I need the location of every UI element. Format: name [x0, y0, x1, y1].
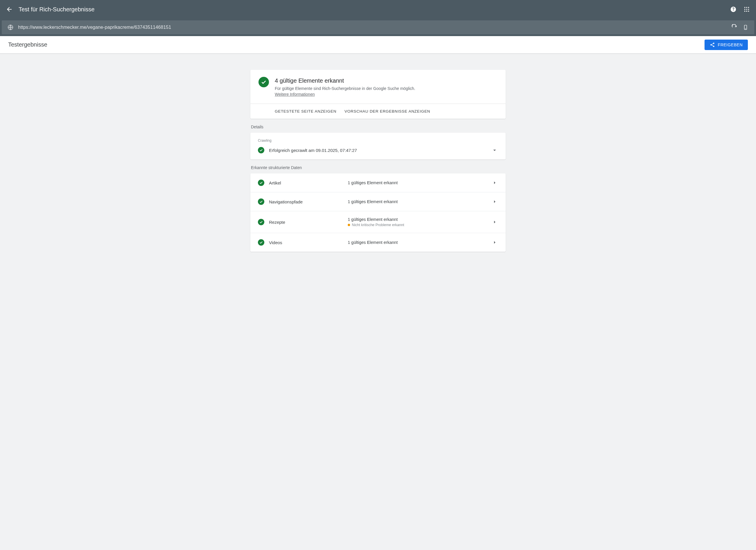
summary-desc: Für gültige Elemente sind Rich-Suchergeb…: [275, 86, 415, 92]
sub-header: Testergebnisse FREIGEBEN: [0, 36, 756, 54]
apps-button[interactable]: [743, 6, 750, 13]
crawling-card: Crawling Erfolgreich gecrawlt am 09.01.2…: [250, 133, 506, 159]
url-input[interactable]: https://www.leckerschmecker.me/vegane-pa…: [18, 25, 727, 30]
more-info-link[interactable]: Weitere Informationen: [275, 92, 315, 97]
smartphone-icon: [743, 24, 748, 30]
check-icon: [259, 148, 263, 152]
summary-card: 4 gültige Elemente erkannt Für gültige E…: [250, 70, 506, 119]
check-icon: [259, 181, 263, 185]
svg-point-0: [744, 7, 746, 8]
status-success-icon: [258, 147, 264, 153]
chevron-right-icon: [491, 219, 498, 225]
expand-toggle[interactable]: [491, 147, 498, 154]
summary-actions: GETESTETE SEITE ANZEIGEN VORSCHAU DER ER…: [250, 104, 506, 119]
help-button[interactable]: [730, 6, 737, 13]
svg-point-12: [713, 42, 714, 44]
chevron-right-icon: [491, 239, 498, 245]
svg-point-3: [744, 9, 746, 10]
header-actions: [730, 6, 750, 13]
structured-data-row[interactable]: Navigationspfade1 gültiges Element erkan…: [250, 192, 506, 211]
sd-item-name: Videos: [269, 240, 343, 245]
status-success-icon: [258, 198, 264, 205]
structured-data-card: Artikel1 gültiges Element erkanntNavigat…: [250, 173, 506, 252]
summary-texts: 4 gültige Elemente erkannt Für gültige E…: [275, 77, 415, 97]
status-success-icon: [258, 179, 264, 186]
share-icon: [710, 42, 715, 47]
expand-toggle[interactable]: [491, 239, 498, 246]
share-label: FREIGEBEN: [718, 42, 743, 47]
reload-icon: [731, 24, 738, 31]
help-icon: [730, 6, 737, 13]
svg-point-8: [748, 11, 749, 12]
sd-item-status: 1 gültiges Element erkannt: [348, 199, 486, 204]
details-label: Details: [251, 124, 506, 129]
crawl-status-row[interactable]: Erfolgreich gecrawlt am 09.01.2025, 07:4…: [258, 147, 498, 154]
expand-toggle[interactable]: [491, 218, 498, 225]
check-icon: [261, 79, 267, 85]
crawl-status-text: Erfolgreich gecrawlt am 09.01.2025, 07:4…: [269, 148, 486, 153]
warning-dot-icon: [348, 224, 350, 226]
chevron-down-icon: [491, 147, 498, 153]
svg-point-4: [746, 9, 747, 10]
device-button[interactable]: [742, 24, 749, 31]
url-bar-wrap: https://www.leckerschmecker.me/vegane-pa…: [0, 19, 756, 36]
structured-data-row[interactable]: Rezepte1 gültiges Element erkanntNicht k…: [250, 211, 506, 233]
sd-item-name: Navigationspfade: [269, 199, 343, 204]
status-success-icon: [258, 219, 264, 225]
structured-data-row[interactable]: Artikel1 gültiges Element erkannt: [250, 173, 506, 192]
share-button[interactable]: FREIGEBEN: [705, 40, 748, 50]
svg-point-14: [713, 46, 714, 47]
summary-headline: 4 gültige Elemente erkannt: [275, 77, 415, 84]
view-tested-page-button[interactable]: GETESTETE SEITE ANZEIGEN: [275, 109, 336, 113]
sd-item-name: Rezepte: [269, 220, 343, 225]
globe-icon: [7, 24, 14, 31]
page-content: 4 gültige Elemente erkannt Für gültige E…: [246, 54, 510, 269]
url-bar: https://www.leckerschmecker.me/vegane-pa…: [2, 20, 754, 34]
svg-point-6: [744, 11, 746, 12]
status-success-icon: [258, 239, 264, 245]
view-results-preview-button[interactable]: VORSCHAU DER ERGEBNISSE ANZEIGEN: [345, 109, 430, 113]
expand-toggle[interactable]: [491, 179, 498, 186]
svg-point-7: [746, 11, 747, 12]
app-header: Test für Rich-Suchergebnisse: [0, 0, 756, 19]
summary-section: 4 gültige Elemente erkannt Für gültige E…: [250, 70, 506, 104]
expand-toggle[interactable]: [491, 198, 498, 205]
globe-button[interactable]: [7, 24, 14, 31]
sd-item-status: 1 gültiges Element erkannt: [348, 180, 486, 185]
check-icon: [259, 240, 263, 244]
svg-point-13: [710, 44, 712, 45]
apps-grid-icon: [743, 6, 750, 13]
reload-button[interactable]: [731, 24, 738, 31]
svg-point-5: [748, 9, 749, 10]
structured-data-row[interactable]: Videos1 gültiges Element erkannt: [250, 233, 506, 252]
chevron-right-icon: [491, 179, 498, 186]
svg-point-2: [748, 7, 749, 8]
structured-label: Erkannte strukturierte Daten: [251, 165, 506, 170]
check-icon: [259, 200, 263, 204]
app-title: Test für Rich-Suchergebnisse: [19, 6, 730, 13]
svg-point-1: [746, 7, 747, 8]
crawling-label: Crawling: [258, 138, 498, 143]
sd-item-status: 1 gültiges Element erkannt: [348, 240, 486, 245]
sd-item-name: Artikel: [269, 180, 343, 185]
arrow-left-icon: [6, 6, 13, 13]
results-title: Testergebnisse: [8, 41, 705, 48]
sd-item-warning: Nicht kritische Probleme erkannt: [348, 223, 486, 227]
status-success-icon: [258, 77, 269, 87]
back-button[interactable]: [6, 6, 13, 13]
check-icon: [259, 220, 263, 224]
sd-item-status: 1 gültiges Element erkanntNicht kritisch…: [348, 217, 486, 227]
chevron-right-icon: [491, 198, 498, 205]
